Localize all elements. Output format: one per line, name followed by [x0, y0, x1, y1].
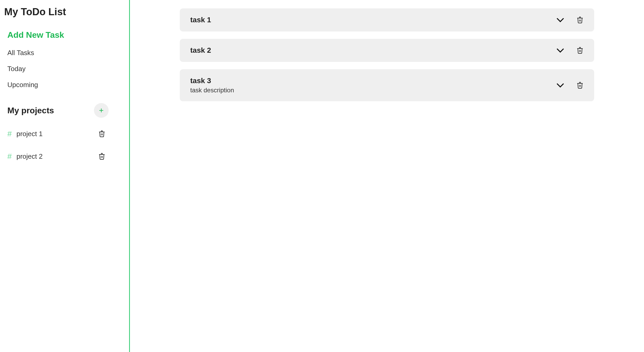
- sidebar: My ToDo List Add New Task All Tasks Toda…: [0, 0, 130, 352]
- task-title: task 2: [190, 46, 211, 55]
- hash-icon: #: [7, 129, 12, 138]
- expand-task-button[interactable]: [556, 83, 564, 88]
- main-content: task 1 task 2: [130, 0, 644, 352]
- task-text: task 2: [190, 46, 211, 55]
- nav-today[interactable]: Today: [4, 65, 121, 73]
- nav-upcoming[interactable]: Upcoming: [4, 81, 121, 89]
- task-title: task 3: [190, 77, 234, 85]
- trash-icon: [98, 152, 105, 160]
- trash-icon: [576, 16, 584, 24]
- project-name: project 1: [17, 130, 43, 138]
- task-actions: [556, 16, 584, 24]
- project-row: # project 2: [4, 152, 121, 161]
- task-actions: [556, 46, 584, 54]
- app-title: My ToDo List: [4, 6, 121, 18]
- nav-all-tasks[interactable]: All Tasks: [4, 49, 121, 57]
- project-row: # project 1: [4, 129, 121, 138]
- task-card: task 2: [180, 39, 594, 62]
- trash-icon: [98, 130, 105, 138]
- plus-icon: [98, 108, 104, 113]
- hash-icon: #: [7, 152, 12, 161]
- task-actions: [556, 81, 584, 89]
- task-card: task 1: [180, 8, 594, 31]
- task-title: task 1: [190, 16, 211, 24]
- delete-project-button[interactable]: [98, 152, 105, 160]
- project-link[interactable]: # project 1: [7, 129, 43, 138]
- projects-header: My projects: [4, 103, 121, 118]
- delete-task-button[interactable]: [576, 81, 584, 89]
- chevron-down-icon: [556, 83, 564, 88]
- trash-icon: [576, 81, 584, 89]
- task-description: task description: [190, 87, 234, 94]
- task-card: task 3 task description: [180, 69, 594, 101]
- projects-title: My projects: [7, 106, 54, 115]
- chevron-down-icon: [556, 48, 564, 53]
- add-project-button[interactable]: [94, 103, 109, 118]
- task-text: task 3 task description: [190, 77, 234, 94]
- project-name: project 2: [17, 152, 43, 161]
- trash-icon: [576, 46, 584, 54]
- delete-task-button[interactable]: [576, 46, 584, 54]
- add-new-task-button[interactable]: Add New Task: [4, 30, 121, 40]
- delete-project-button[interactable]: [98, 130, 105, 138]
- delete-task-button[interactable]: [576, 16, 584, 24]
- task-text: task 1: [190, 16, 211, 24]
- expand-task-button[interactable]: [556, 48, 564, 53]
- project-link[interactable]: # project 2: [7, 152, 43, 161]
- chevron-down-icon: [556, 17, 564, 23]
- expand-task-button[interactable]: [556, 17, 564, 23]
